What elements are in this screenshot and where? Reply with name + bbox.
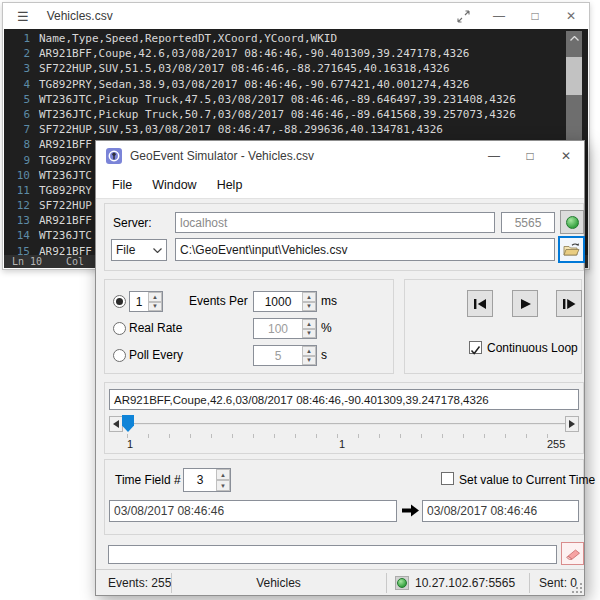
scrollbar-up-icon[interactable]	[566, 31, 582, 46]
connect-button[interactable]	[560, 210, 584, 234]
slider-min-label: 1	[127, 438, 133, 450]
continuous-loop-checkbox[interactable]	[469, 341, 482, 354]
simulation-name: Vehicles	[176, 576, 381, 590]
time-field-label: Time Field #	[115, 473, 181, 487]
connection-status-icon	[566, 216, 579, 229]
desktop: ☰ Vehicles.csv — □ ✕ 1Name,Type,Speed,Re…	[0, 0, 600, 600]
sim-window-controls: — □ ✕	[476, 141, 584, 171]
server-label: Server:	[113, 216, 152, 230]
code-line: 7SF722HUP,SUV,53,03/08/2017 08:46:47,-88…	[4, 122, 588, 137]
message-log-field	[108, 545, 557, 564]
diagonal-expand-icon	[457, 10, 470, 23]
editor-window-controls: — □ ✕	[445, 3, 589, 29]
minimize-button[interactable]: —	[481, 3, 517, 29]
spin-down-icon[interactable]: ▼	[148, 302, 162, 312]
menu-help[interactable]: Help	[207, 171, 253, 198]
time-groupbox: Time Field # 3 ▲▼ Set value to Current T…	[104, 459, 584, 535]
editor-title: Vehicles.csv	[47, 9, 113, 23]
step-forward-icon	[562, 298, 576, 310]
scrollbar-thumb[interactable]	[566, 57, 582, 95]
menu-window[interactable]: Window	[142, 171, 206, 198]
server-host-input[interactable]: localhost	[175, 212, 495, 233]
poll-unit-label: s	[321, 348, 327, 362]
hamburger-menu-icon[interactable]: ☰	[17, 9, 29, 24]
arrow-right-icon	[569, 420, 575, 428]
spin-up-icon[interactable]: ▲	[302, 292, 316, 302]
real-rate-unit-label: %	[321, 321, 332, 335]
spin-up-icon: ▲	[302, 319, 316, 329]
geoevent-simulator-window: GeoEvent Simulator - Vehicles.csv — □ ✕ …	[95, 140, 585, 596]
resize-grip[interactable]	[572, 583, 582, 593]
rewind-to-start-button[interactable]	[467, 290, 493, 317]
sim-statusbar: Events: 255 Vehicles 10.27.102.67:5565 S…	[96, 569, 584, 595]
sim-titlebar: GeoEvent Simulator - Vehicles.csv — □ ✕	[96, 141, 584, 171]
expand-icon[interactable]	[445, 3, 481, 29]
preview-groupbox: AR921BFF,Coupe,42.6,03/08/2017 08:46:46,…	[104, 382, 584, 454]
events-per-radio[interactable]	[113, 295, 126, 308]
real-rate-label: Real Rate	[129, 321, 182, 335]
menu-file[interactable]: File	[102, 171, 142, 198]
time-field-spinner[interactable]: 3 ▲▼	[183, 468, 231, 492]
time-to-field[interactable]: 03/08/2017 08:46:46	[422, 500, 579, 522]
close-button[interactable]: ✕	[548, 141, 584, 171]
spin-up-icon[interactable]: ▲	[216, 469, 230, 480]
events-count: Events: 255	[108, 576, 171, 590]
play-button[interactable]	[512, 290, 538, 317]
poll-spinner: 5 ▲▼	[253, 345, 317, 366]
maximize-button[interactable]: □	[512, 141, 548, 171]
rate-groupbox: 1 ▲▼ Events Per 1000 ▲▼ ms Real Rate 100…	[104, 279, 394, 374]
step-button[interactable]	[556, 290, 582, 317]
clear-button[interactable]	[561, 542, 584, 565]
file-path-input[interactable]: C:\GeoEvent\input\Vehicles.csv	[175, 238, 555, 261]
checkmark-icon	[470, 345, 481, 356]
spin-down-icon[interactable]: ▼	[216, 480, 230, 491]
slider-current-label: 1	[339, 438, 345, 450]
current-event-field[interactable]: AR921BFF,Coupe,42.6,03/08/2017 08:46:46,…	[109, 389, 579, 410]
slider-ticks	[127, 434, 564, 438]
code-line: 6WT236JTC,Pickup Truck,50.7,03/08/2017 0…	[4, 107, 588, 122]
server-port-input[interactable]: 5565	[501, 212, 555, 233]
current-time-label: Set value to Current Time	[459, 473, 595, 487]
spin-up-icon[interactable]: ▲	[148, 292, 162, 302]
open-folder-icon	[563, 242, 580, 257]
playback-groupbox: Continuous Loop	[404, 279, 582, 374]
sim-window-title: GeoEvent Simulator - Vehicles.csv	[130, 149, 314, 163]
slider-left-arrow[interactable]	[109, 416, 123, 432]
eraser-icon	[565, 548, 581, 560]
geoevent-app-icon	[106, 148, 122, 164]
interval-spinner[interactable]: 1000 ▲▼	[253, 291, 317, 312]
column-indicator: Col	[66, 255, 84, 268]
spin-down-icon[interactable]: ▼	[302, 302, 316, 312]
browse-file-button[interactable]	[558, 236, 585, 263]
events-count-spinner[interactable]: 1 ▲▼	[129, 291, 163, 312]
code-line: 1Name,Type,Speed,ReportedDT,XCoord,YCoor…	[4, 31, 588, 46]
minimize-button[interactable]: —	[476, 141, 512, 171]
slider-right-arrow[interactable]	[565, 416, 579, 432]
slider-max-label: 255	[547, 438, 565, 450]
continuous-loop-label: Continuous Loop	[487, 341, 578, 355]
poll-every-label: Poll Every	[129, 348, 183, 362]
time-from-field[interactable]: 03/08/2017 08:46:46	[109, 500, 397, 522]
source-type-dropdown[interactable]: File	[111, 239, 167, 261]
events-per-label: Events Per	[189, 294, 248, 308]
line-indicator: Ln 10	[12, 255, 42, 268]
spin-down-icon: ▼	[302, 356, 316, 366]
code-line: 3SF722HUP,SUV,51.5,03/08/2017 08:46:46,-…	[4, 61, 588, 76]
code-line: 5WT236JTC,Pickup Truck,47.5,03/08/2017 0…	[4, 92, 588, 107]
spin-down-icon: ▼	[302, 329, 316, 339]
event-slider-track[interactable]	[124, 423, 565, 425]
event-slider-thumb[interactable]	[122, 415, 134, 432]
interval-unit-label: ms	[321, 294, 337, 308]
chevron-down-icon	[153, 248, 162, 253]
editor-titlebar: ☰ Vehicles.csv — □ ✕	[3, 3, 589, 29]
code-line: 2AR921BFF,Coupe,42.6,03/08/2017 08:46:46…	[4, 46, 588, 61]
connection-groupbox: Server: localhost 5565 File C:\GeoEvent\…	[104, 203, 584, 271]
endpoint-address: 10.27.102.67:5565	[415, 576, 515, 590]
poll-every-radio[interactable]	[113, 349, 126, 362]
current-time-checkbox[interactable]	[441, 472, 454, 485]
arrow-right-icon	[401, 504, 420, 517]
sim-menubar: File Window Help	[96, 171, 584, 199]
close-button[interactable]: ✕	[553, 3, 589, 29]
real-rate-radio[interactable]	[113, 322, 126, 335]
maximize-button[interactable]: □	[517, 3, 553, 29]
